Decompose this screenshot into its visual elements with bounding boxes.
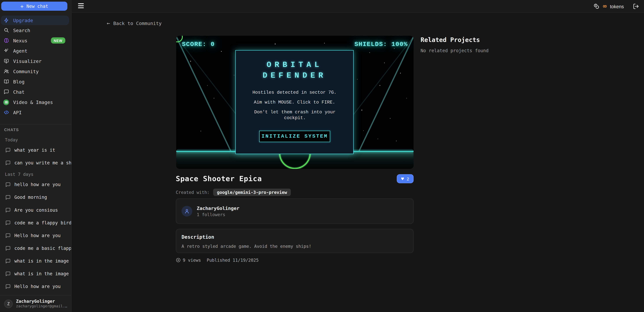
- sidebar-item-label: Agent: [13, 48, 27, 54]
- chat-bubble-icon: [5, 147, 11, 153]
- main-content: ← Back to Community: [72, 13, 644, 312]
- related-projects-heading: Related Projects: [420, 36, 480, 44]
- sidebar-item-label: Video & Images: [13, 99, 53, 105]
- chat-bubble-icon: [5, 258, 11, 264]
- chat-list-item[interactable]: hello how are you: [0, 178, 71, 191]
- new-chat-button[interactable]: + New chat: [1, 2, 68, 11]
- sidebar-item-api[interactable]: API: [0, 107, 71, 118]
- search-icon: [3, 27, 9, 33]
- chat-list-item[interactable]: code me a basic flappy bi: [0, 242, 71, 255]
- chat-item-label: Hello how are you: [14, 284, 60, 289]
- author-followers: 1 followers: [197, 212, 239, 218]
- new-chat-label: New chat: [26, 4, 48, 9]
- chat-item-label: Good morning: [14, 195, 47, 200]
- menu-icon[interactable]: [78, 3, 84, 8]
- game-text-line3: Don't let them crash into your cockpit.: [246, 109, 344, 121]
- logout-icon[interactable]: [633, 3, 639, 10]
- coins-icon: [594, 3, 600, 10]
- like-button[interactable]: ♥ 2: [397, 174, 414, 183]
- author-name: ZacharyGolinger: [197, 205, 239, 212]
- chat-list-item[interactable]: Hello how are you: [0, 229, 71, 242]
- chat-item-label: what is in the image: [14, 271, 69, 276]
- initialize-system-button[interactable]: INITIALIZE SYSTEM: [259, 131, 330, 142]
- user-email: zacharygolinger@gmail.…: [16, 304, 67, 309]
- chat-list-item[interactable]: Are you consious: [0, 204, 71, 216]
- sparkle-icon: [3, 48, 9, 54]
- user-name: ZacharyGolinger: [16, 299, 67, 304]
- author-card[interactable]: ZacharyGolinger 1 followers: [176, 198, 414, 224]
- sidebar-item-chat[interactable]: Chat: [0, 87, 71, 97]
- published-label: Published 11/19/2025: [207, 258, 258, 262]
- brain-icon: [3, 38, 9, 43]
- tokens-label: tokens: [610, 4, 624, 9]
- sidebar-item-label: Blog: [13, 79, 24, 84]
- sidebar-item-visualizer[interactable]: Visualizer: [0, 56, 71, 66]
- sidebar-user-footer[interactable]: Z ZacharyGolinger zacharygolinger@gmail.…: [0, 295, 71, 312]
- users-icon: [3, 68, 9, 74]
- game-dialog: ORBITAL DEFENDER Hostiles detected in se…: [235, 50, 354, 154]
- new-badge: NEW: [51, 38, 65, 44]
- page-title: Space Shooter Epica: [176, 175, 262, 183]
- created-with-row: Created with: google/gemini-3-pro-previe…: [176, 188, 291, 196]
- sidebar-item-label: Chat: [13, 89, 24, 95]
- sidebar-item-label: Community: [13, 68, 39, 74]
- chat-bubble-icon: [5, 182, 11, 188]
- sidebar-item-agent[interactable]: Agent: [0, 46, 71, 56]
- description-text: A retro styled arcade game. Avoid the en…: [182, 244, 408, 248]
- app-root: + New chat Upgrade Search Nexus: [0, 0, 644, 312]
- infinity-icon: ∞: [603, 3, 607, 10]
- chat-list-item[interactable]: can you write me a short: [0, 156, 71, 169]
- monitor-play-icon: [3, 58, 9, 64]
- sidebar-item-upgrade[interactable]: Upgrade: [1, 16, 69, 25]
- back-label: Back to Community: [113, 20, 162, 26]
- sidebar-item-video-images[interactable]: Video & Images: [0, 97, 71, 107]
- chat-item-label: Hello how are you: [14, 233, 60, 238]
- sidebar-divider: [0, 124, 71, 124]
- chat-item-label: hello how are you: [14, 182, 60, 187]
- chat-item-label: Are you consious: [14, 208, 58, 213]
- shields-label: SHIELDS: 100%: [354, 41, 408, 48]
- topbar: ∞ tokens: [72, 0, 644, 13]
- eye-icon: [176, 258, 181, 262]
- chat-group-label-last7: Last 7 days: [0, 169, 71, 178]
- avatar: Z: [4, 300, 13, 308]
- game-preview[interactable]: SCORE: 0 SHIELDS: 100% ORBITAL DEFENDER …: [176, 36, 414, 169]
- book-open-icon: [3, 79, 9, 84]
- code-icon: [3, 110, 9, 115]
- chat-item-label: what year is it: [14, 148, 55, 153]
- sidebar-item-search[interactable]: Search: [0, 25, 71, 35]
- chat-bubble-icon: [5, 246, 11, 251]
- sidebar: + New chat Upgrade Search Nexus: [0, 0, 72, 312]
- chat-bubble-icon: [5, 194, 11, 200]
- chat-list-item[interactable]: what is in the image: [0, 255, 71, 268]
- created-with-label: Created with:: [176, 190, 210, 195]
- chat-list-item[interactable]: Good morning: [0, 191, 71, 204]
- camera-icon: [3, 99, 9, 105]
- sidebar-item-blog[interactable]: Blog: [0, 76, 71, 87]
- chat-list-item[interactable]: Hello how are you: [0, 280, 71, 293]
- description-card: Description A retro styled arcade game. …: [176, 229, 414, 253]
- sidebar-item-label: API: [13, 110, 22, 115]
- sidebar-item-community[interactable]: Community: [0, 66, 71, 76]
- heart-icon: ♥: [401, 176, 404, 181]
- plus-icon: +: [20, 4, 24, 9]
- game-title-line1: ORBITAL: [236, 60, 353, 70]
- sidebar-item-label: Visualizer: [13, 58, 42, 64]
- chat-list-item[interactable]: code me a flappy bird gam: [0, 216, 71, 229]
- sidebar-nav: Upgrade Search Nexus NEW Agent: [0, 16, 71, 118]
- game-text-line2: Aim with MOUSE. Click to FIRE.: [236, 100, 353, 105]
- chat-list-item[interactable]: what year is it: [0, 144, 71, 156]
- chat-list-item[interactable]: what is in the image: [0, 268, 71, 280]
- views-label: 9 views: [183, 258, 201, 262]
- chat-bubble-icon: [3, 89, 9, 95]
- chat-item-label: can you write me a short: [14, 160, 71, 166]
- chat-list: Today what year is it can you write me a…: [0, 135, 71, 293]
- chats-header: CHATS: [4, 127, 19, 132]
- chat-bubble-icon: [5, 233, 11, 238]
- sidebar-item-nexus[interactable]: Nexus NEW: [0, 35, 71, 46]
- chat-bubble-icon: [5, 160, 11, 166]
- game-text-line1: Hostiles detected in sector 7G.: [236, 90, 353, 95]
- back-to-community-link[interactable]: ← Back to Community: [107, 20, 162, 26]
- chat-item-label: code me a flappy bird gam: [14, 220, 71, 226]
- game-hud: SCORE: 0 SHIELDS: 100%: [176, 41, 414, 48]
